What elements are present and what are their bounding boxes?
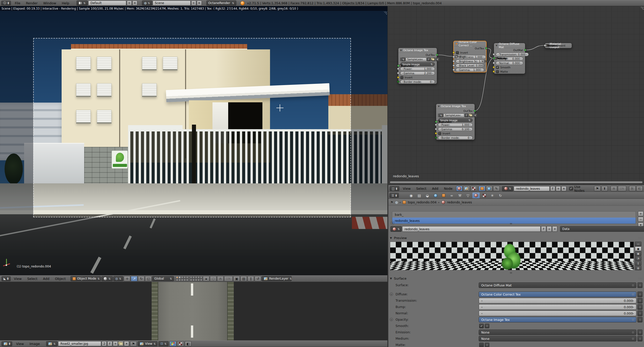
value-slider[interactable]: ◂Border mode:0▸ xyxy=(438,136,473,140)
preview-flat-button[interactable]: ▭ xyxy=(635,242,641,246)
tab-render[interactable]: ◉ xyxy=(407,192,415,198)
increment-arrow-icon[interactable]: ▸ xyxy=(633,300,634,302)
node-toggle-button[interactable] xyxy=(637,304,642,310)
setting-value-menu_active[interactable]: Octane Color Correct Tex xyxy=(479,292,636,297)
tab-constraints[interactable]: ∞ xyxy=(448,192,455,198)
decrement-arrow-icon[interactable]: ◂ xyxy=(402,81,403,83)
node-row-outmat[interactable]: OutMat xyxy=(494,48,525,52)
node-pin-button[interactable]: ⚑ xyxy=(594,186,600,191)
checkbox[interactable] xyxy=(496,70,499,73)
menu-select[interactable]: Select xyxy=(24,277,40,281)
setting-value-slider[interactable]: ◂0.000▸ xyxy=(479,304,636,310)
decrement-arrow-icon[interactable]: ◂ xyxy=(440,137,441,139)
image-view-mode-select[interactable]: View⇅ xyxy=(138,341,157,346)
setting-value-slider[interactable]: ◂0.000▸ xyxy=(479,311,636,316)
unlink-image-button[interactable]: ✕ xyxy=(436,57,439,61)
material-fake-user-button-props[interactable]: F xyxy=(541,226,546,232)
image-users-button[interactable]: 2 xyxy=(102,341,107,346)
breadcrumb-pin-icon[interactable]: ⚑ xyxy=(390,200,393,204)
increment-arrow-icon[interactable]: ▸ xyxy=(432,68,433,70)
input-socket[interactable] xyxy=(397,65,400,67)
node-editor-hscrollbar[interactable] xyxy=(390,181,642,183)
setting-value-slider[interactable]: ◂0.000▸ xyxy=(479,298,636,303)
node-row-invert[interactable]: Invert xyxy=(398,75,437,80)
node-octane-diffuse-mat[interactable]: ▼Octane Diffuse MatOutMatDiffuse◂Transmi… xyxy=(494,43,525,74)
collapse-icon[interactable]: ▼ xyxy=(400,49,402,52)
tab-material[interactable] xyxy=(472,192,480,198)
snap-element-select[interactable]: ∷⇅ xyxy=(224,276,233,281)
image-name-field[interactable]: SampleLeav... xyxy=(443,113,464,117)
menu-window[interactable]: Window xyxy=(40,1,59,5)
input-socket[interactable] xyxy=(493,57,495,59)
preview-world-button[interactable]: ◍ xyxy=(635,266,641,270)
input-socket[interactable] xyxy=(435,124,437,126)
go-to-parent-tree-button[interactable]: ⬆ xyxy=(601,186,608,191)
screen-layout-field[interactable]: Default xyxy=(88,1,126,6)
viewport-editor-type-button[interactable]: ◣▲▼ xyxy=(2,276,11,281)
menu-view[interactable]: View xyxy=(13,342,27,346)
orientation-select[interactable]: Global⇅ xyxy=(152,276,174,281)
setting-value-menu[interactable]: Octane Diffuse Mat xyxy=(479,282,636,288)
decrement-arrow-icon[interactable]: ◂ xyxy=(497,53,498,55)
value-slider[interactable]: ◂Brightness Sc:1.900▸ xyxy=(456,60,485,63)
tab-data[interactable]: ▽ xyxy=(464,192,472,198)
node-row-outtex[interactable]: OutTex xyxy=(398,53,437,57)
increment-arrow-icon[interactable]: ▸ xyxy=(481,69,482,71)
tab-scene[interactable]: ◒ xyxy=(424,192,431,198)
input-socket[interactable] xyxy=(493,70,495,73)
node-row-gamma-[interactable]: ◂Gamma:1.000▸ xyxy=(454,68,486,72)
node-row-matte[interactable]: Matte xyxy=(494,69,525,74)
material-new-button[interactable]: + xyxy=(556,186,561,191)
menu-add[interactable]: Add xyxy=(40,277,52,281)
increment-arrow-icon[interactable]: ▸ xyxy=(483,56,484,58)
paste-nodes-button[interactable]: ⎗ xyxy=(636,186,643,191)
material-link-select[interactable]: Data⇅ xyxy=(560,226,644,232)
node-row-outtex[interactable]: OutTex xyxy=(454,46,486,50)
value-slider[interactable]: ◂Border mode:0▸ xyxy=(400,80,435,84)
material-browse-button-props[interactable]: ⇅ xyxy=(390,226,402,232)
decrement-arrow-icon[interactable]: ◂ xyxy=(457,65,458,67)
image-pin-button[interactable]: ⚑ xyxy=(130,341,137,346)
node-row-invert[interactable]: Invert xyxy=(436,131,475,136)
refresh-render-button[interactable]: ↺ xyxy=(255,276,261,281)
node-row-displacement[interactable]: Displacement xyxy=(545,44,549,47)
node-toggle-button[interactable] xyxy=(637,282,642,288)
tree-type-shader-button[interactable] xyxy=(456,186,462,191)
input-socket[interactable] xyxy=(435,128,437,130)
increment-arrow-icon[interactable]: ▸ xyxy=(526,53,527,55)
tab-modifiers[interactable]: ⚒ xyxy=(456,192,463,198)
setting-checkbox[interactable]: ✓ xyxy=(479,324,484,328)
node-editor-type-button[interactable]: ◫▲▼ xyxy=(390,186,399,191)
menu-node[interactable]: Node xyxy=(441,187,455,190)
screen-layout-add-button[interactable]: + xyxy=(127,1,132,6)
input-socket[interactable] xyxy=(435,132,437,134)
pause-render-button[interactable]: ‖ xyxy=(247,276,254,281)
image-thumbnail-icon[interactable] xyxy=(438,113,439,117)
copy-nodes-button[interactable]: ⎘ xyxy=(629,186,635,191)
value-slider[interactable]: ◂Power:1.000▸ xyxy=(438,123,473,127)
node-row-brightness-sc-[interactable]: ◂Brightness Sc:1.900▸ xyxy=(454,59,486,63)
checkbox[interactable] xyxy=(456,51,459,54)
decrement-arrow-icon[interactable]: ◂ xyxy=(497,62,498,64)
image-name-field[interactable]: SampleLeav... xyxy=(406,57,426,61)
render-layer-select[interactable]: RenderLayer⇅ xyxy=(262,276,292,281)
decrement-arrow-icon[interactable]: ◂ xyxy=(440,128,441,130)
material-fake-user-button[interactable]: F xyxy=(550,186,555,191)
decrement-arrow-icon[interactable]: ◂ xyxy=(481,312,482,315)
input-socket[interactable] xyxy=(435,121,437,123)
image-browse-button[interactable]: ⇅ xyxy=(439,113,443,117)
node-octane-image-tex[interactable]: ▼Octane Image TexOutTex⇅SampleLeav...F✕S… xyxy=(436,104,475,140)
preview-resize-handle[interactable]: = xyxy=(510,271,512,275)
panel-grip-icon[interactable]: ∷∷ xyxy=(638,236,642,240)
material-browse-button[interactable]: ⇅ xyxy=(502,186,513,191)
image-browse-button[interactable]: ⇅ xyxy=(46,341,58,346)
input-socket[interactable] xyxy=(453,69,455,71)
tab-world[interactable] xyxy=(432,192,439,198)
panel-grip-icon[interactable]: ∷∷ xyxy=(638,277,642,280)
breadcrumb-material[interactable]: redondo_leaves xyxy=(447,200,472,204)
node-toggle-button[interactable] xyxy=(485,324,489,328)
node-row-power-[interactable]: ◂Power:1.000▸ xyxy=(436,123,475,127)
render-engine-select[interactable]: OctaneRender⇅ xyxy=(206,1,236,6)
increment-arrow-icon[interactable]: ▸ xyxy=(470,128,471,130)
material-unlink-button[interactable]: ✕ xyxy=(561,186,566,191)
